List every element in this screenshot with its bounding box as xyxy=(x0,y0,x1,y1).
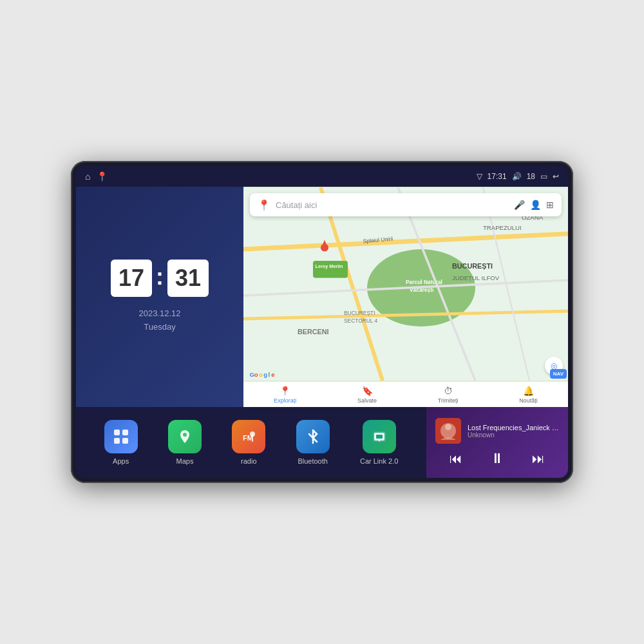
map-search-icons: 🎤 👤 ⊞ xyxy=(514,200,554,210)
status-left: ⌂ 📍 xyxy=(85,171,108,182)
svg-text:SECTORUL 4: SECTORUL 4 xyxy=(344,317,378,324)
svg-text:g: g xyxy=(263,371,267,378)
svg-text:l: l xyxy=(268,371,270,378)
svg-text:Leroy Merlin: Leroy Merlin xyxy=(316,263,343,269)
clock-minute: 31 xyxy=(167,260,209,297)
maps-label: Maps xyxy=(176,457,194,465)
svg-text:o: o xyxy=(254,371,258,378)
clock-date-value: 2023.12.12 xyxy=(138,308,180,318)
device-body: ⌂ 📍 ▽ 17:31 🔊 18 ▭ ↩ 17 : xyxy=(71,161,573,483)
bottom-section: Apps Maps xyxy=(76,407,568,478)
svg-rect-31 xyxy=(122,438,128,444)
clock-day-value: Tuesday xyxy=(144,322,175,332)
svg-text:e: e xyxy=(271,371,274,378)
news-icon: 🔔 xyxy=(523,386,534,396)
svg-text:JUDEȚUL ILFOV: JUDEȚUL ILFOV xyxy=(452,274,500,281)
app-item-bluetooth[interactable]: Bluetooth xyxy=(296,420,330,465)
svg-point-32 xyxy=(183,433,187,437)
maps-icon xyxy=(168,420,202,453)
clock-colon: : xyxy=(156,263,164,290)
mic-icon[interactable]: 🎤 xyxy=(514,200,525,210)
media-play-button[interactable]: ⏸ xyxy=(490,450,504,467)
send-icon: ⏱ xyxy=(444,386,453,396)
svg-rect-30 xyxy=(114,438,120,444)
home-icon[interactable]: ⌂ xyxy=(85,171,90,182)
svg-text:BERCENI: BERCENI xyxy=(298,328,329,336)
clock-panel: 17 : 31 2023.12.12 Tuesday xyxy=(76,187,243,407)
media-player: Lost Frequencies_Janieck Devy-... Unknow… xyxy=(426,407,568,478)
app-item-radio[interactable]: FM radio xyxy=(232,420,265,465)
device-screen: ⌂ 📍 ▽ 17:31 🔊 18 ▭ ↩ 17 : xyxy=(76,166,568,478)
svg-point-39 xyxy=(378,440,380,442)
main-content: 17 : 31 2023.12.12 Tuesday 📍 Căutați aic… xyxy=(76,187,568,478)
grid-icon[interactable]: ⊞ xyxy=(546,200,554,210)
carlink-label: Car Link 2.0 xyxy=(360,457,398,465)
map-nav-saved[interactable]: 🔖 Salvate xyxy=(357,386,377,404)
svg-text:o: o xyxy=(259,371,263,378)
account-icon[interactable]: 👤 xyxy=(530,200,541,210)
explore-label: Explorați xyxy=(274,397,296,404)
bluetooth-label: Bluetooth xyxy=(298,457,327,465)
carlink-icon xyxy=(363,420,396,453)
media-prev-button[interactable]: ⏮ xyxy=(450,451,462,466)
status-bar: ⌂ 📍 ▽ 17:31 🔊 18 ▭ ↩ xyxy=(76,166,568,187)
signal-icon: ▽ xyxy=(477,172,482,181)
svg-point-42 xyxy=(445,424,451,430)
svg-rect-38 xyxy=(376,435,383,439)
status-right: ▽ 17:31 🔊 18 ▭ ↩ xyxy=(477,172,559,181)
apps-icon xyxy=(104,420,138,453)
map-nav-send[interactable]: ⏱ Trimiteți xyxy=(438,386,459,404)
saved-icon: 🔖 xyxy=(362,386,373,396)
saved-label: Salvate xyxy=(357,397,377,404)
map-panel[interactable]: 📍 Căutați aici 🎤 👤 ⊞ xyxy=(243,187,568,407)
media-info: Lost Frequencies_Janieck Devy-... Unknow… xyxy=(435,418,559,444)
svg-text:BUCUREȘTI: BUCUREȘTI xyxy=(344,310,375,316)
app-item-maps[interactable]: Maps xyxy=(168,420,202,465)
apps-label: Apps xyxy=(113,457,129,465)
news-label: Noutăți xyxy=(519,397,538,404)
media-title: Lost Frequencies_Janieck Devy-... xyxy=(468,424,559,431)
media-thumbnail xyxy=(435,418,461,444)
top-section: 17 : 31 2023.12.12 Tuesday 📍 Căutați aic… xyxy=(76,187,568,407)
send-label: Trimiteți xyxy=(438,397,459,404)
app-item-apps[interactable]: Apps xyxy=(104,420,138,465)
clock-display: 17 : 31 xyxy=(111,260,209,297)
map-nav-news[interactable]: 🔔 Noutăți xyxy=(519,386,538,404)
back-icon[interactable]: ↩ xyxy=(553,172,559,181)
maps-status-icon[interactable]: 📍 xyxy=(97,171,108,182)
radio-icon: FM xyxy=(232,420,265,453)
radio-label: radio xyxy=(241,457,256,465)
explore-icon: 📍 xyxy=(279,386,290,396)
svg-text:TRAPEZULUI: TRAPEZULUI xyxy=(483,224,522,231)
map-bottom-bar: 📍 Explorați 🔖 Salvate ⏱ Trimiteți 🔔 xyxy=(243,381,568,407)
clock-date: 2023.12.12 Tuesday xyxy=(138,307,180,334)
map-search-bar[interactable]: 📍 Căutați aici 🎤 👤 ⊞ xyxy=(250,193,562,216)
apps-section: Apps Maps xyxy=(76,407,426,478)
bluetooth-app-icon xyxy=(296,420,330,453)
map-nav-button[interactable]: NAV xyxy=(550,369,567,379)
volume-icon: 🔊 xyxy=(512,172,522,181)
media-controls: ⏮ ⏸ ⏭ xyxy=(435,450,559,467)
map-search-placeholder[interactable]: Căutați aici xyxy=(276,200,509,210)
app-item-carlink[interactable]: Car Link 2.0 xyxy=(360,420,398,465)
map-search-pin-icon: 📍 xyxy=(258,199,270,211)
svg-rect-28 xyxy=(114,430,120,435)
clock-hour: 17 xyxy=(111,260,152,297)
media-artist: Unknown xyxy=(468,431,559,439)
map-nav-explore[interactable]: 📍 Explorați xyxy=(274,386,296,404)
media-text: Lost Frequencies_Janieck Devy-... Unknow… xyxy=(468,424,559,439)
svg-text:BUCUREȘTI: BUCUREȘTI xyxy=(452,262,493,270)
svg-rect-29 xyxy=(122,430,128,435)
status-time: 17:31 xyxy=(488,172,507,181)
media-next-button[interactable]: ⏭ xyxy=(532,451,545,466)
battery-level: 18 xyxy=(527,172,535,181)
battery-icon: ▭ xyxy=(540,172,547,181)
